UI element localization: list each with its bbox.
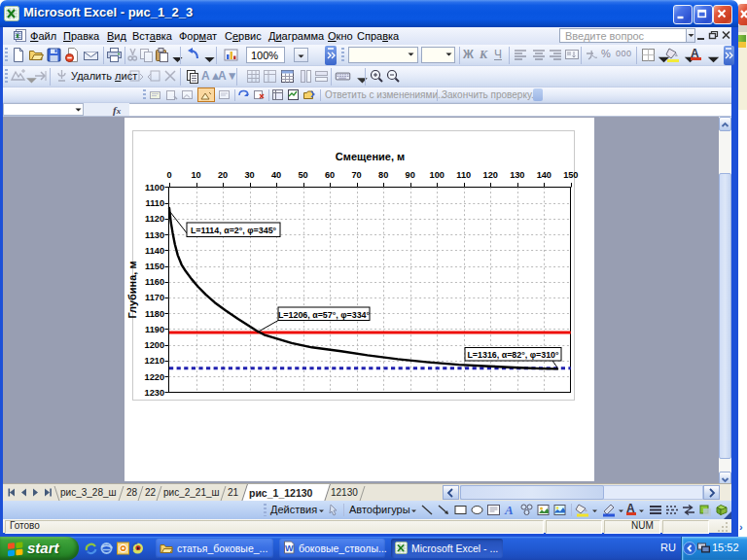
svg-text:1230: 1230 [145,388,164,398]
svg-text:1220: 1220 [145,372,164,382]
svg-text:1110: 1110 [146,198,164,208]
svg-text:1180: 1180 [145,309,164,319]
svg-text:100: 100 [430,170,445,180]
svg-text:90: 90 [406,170,415,180]
svg-text:Глубина, м: Глубина, м [126,261,138,318]
svg-text:130: 130 [510,170,524,180]
svg-text:1100: 1100 [145,183,164,192]
svg-text:1140: 1140 [145,246,164,256]
svg-text:1190: 1190 [145,325,164,334]
svg-text:1160: 1160 [145,277,164,287]
svg-text:A: A [504,503,514,517]
svg-text:1120: 1120 [145,214,164,224]
svg-text:150: 150 [563,170,578,180]
svg-text:W: W [285,543,294,553]
svg-text:10: 10 [191,170,200,180]
svg-text:120: 120 [483,170,498,180]
svg-text:1200: 1200 [145,340,164,350]
svg-text:20: 20 [218,170,228,180]
svg-text:80: 80 [378,170,388,180]
svg-text:1170: 1170 [145,293,164,302]
svg-text:0: 0 [166,170,171,180]
svg-text:70: 70 [351,170,361,180]
svg-text:L=1114, α=2°, φ=345°: L=1114, α=2°, φ=345° [191,226,277,235]
svg-text:1210: 1210 [145,356,164,366]
svg-text:110: 110 [456,170,471,180]
svg-text:Смещение, м: Смещение, м [336,151,405,162]
svg-text:30: 30 [244,170,254,180]
svg-text:L=1206, α=57°, φ=334°: L=1206, α=57°, φ=334° [278,310,371,320]
svg-text:1150: 1150 [145,262,164,271]
svg-text:50: 50 [298,170,307,180]
svg-text:140: 140 [537,170,551,180]
svg-text:L=1316, α=82°, φ=310°: L=1316, α=82°, φ=310° [467,350,559,360]
svg-text:1130: 1130 [145,230,164,240]
svg-text:40: 40 [271,170,281,180]
svg-text:60: 60 [325,170,335,180]
